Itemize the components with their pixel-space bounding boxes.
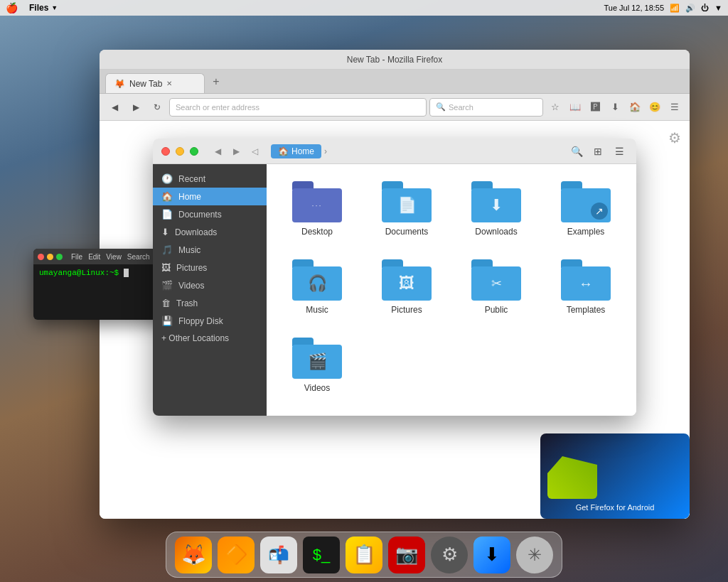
term-menu-edit[interactable]: Edit (88, 253, 100, 261)
sidebar-item-music[interactable]: 🎵 Music (153, 241, 267, 259)
settings-dock-icon: ⚙ (441, 544, 458, 566)
music-sidebar-icon: 🎵 (161, 244, 173, 255)
fm-forward-button[interactable]: ▶ (228, 144, 244, 159)
search-bar[interactable]: 🔍 Search (429, 98, 543, 117)
sidebar-item-home[interactable]: 🏠 Home (153, 188, 267, 205)
term-maximize-button[interactable] (56, 254, 63, 260)
documents-folder-icon: 📄 (382, 181, 432, 222)
folder-item-downloads[interactable]: ⬇ Downloads (457, 176, 535, 242)
documents-icon-symbol: 📄 (397, 196, 417, 215)
term-menu-file[interactable]: File (71, 253, 82, 261)
fm-view-toggle-icon[interactable]: ⊞ (589, 143, 606, 160)
fm-menu-icon[interactable]: ☰ (611, 143, 628, 160)
sidebar-item-trash[interactable]: 🗑 Trash (153, 294, 267, 312)
maximize-button[interactable] (190, 147, 198, 156)
home-sidebar-icon: 🏠 (161, 191, 173, 202)
sidebar-item-downloads[interactable]: ⬇ Downloads (153, 223, 267, 241)
desktop-icon-symbol: ··· (311, 201, 322, 210)
folder-item-public[interactable]: ✂ Public (457, 254, 535, 320)
downloads-icon-symbol: ⬇ (490, 196, 503, 215)
folder-item-music[interactable]: 🎧 Music (278, 254, 356, 320)
fm-bookmark-back[interactable]: ◁ (247, 144, 262, 159)
browser-tab-new-tab[interactable]: 🦊 New Tab ✕ (105, 73, 205, 93)
download-icon[interactable]: ⬇ (606, 98, 624, 117)
recent-icon: 🕐 (161, 173, 173, 184)
menu-icon[interactable]: ☰ (665, 98, 684, 117)
address-placeholder: Search or enter address (176, 103, 259, 112)
firefox-dock-icon: 🦊 (181, 543, 206, 566)
examples-folder-icon: ↗ (561, 181, 611, 222)
emoji-icon[interactable]: 😊 (646, 98, 664, 117)
sidebar-item-floppy[interactable]: 💾 Floppy Disk (153, 312, 267, 330)
term-menu-view[interactable]: View (106, 253, 122, 261)
vlc-dock-icon: 🔶 (225, 544, 247, 566)
pocket-icon[interactable]: 🅿 (586, 98, 604, 117)
apple-menu-icon[interactable]: 🍎 (6, 2, 18, 14)
desktop-folder-label: Desktop (301, 227, 333, 237)
folder-item-desktop[interactable]: ··· Desktop (278, 176, 356, 242)
videos-icon-symbol: 🎬 (308, 352, 327, 371)
sidebar-item-documents[interactable]: 📄 Documents (153, 205, 267, 223)
templates-folder-icon: ↔ (561, 259, 611, 301)
dock-settings[interactable]: ⚙ (431, 537, 468, 573)
volume-icon[interactable]: 🔊 (685, 4, 695, 13)
notes-dock-icon: 📋 (353, 544, 375, 566)
menubar: 🍎 Files ▼ Tue Jul 12, 18:55 📶 🔊 ⏻ ▼ (0, 0, 728, 16)
dock-files[interactable]: 📬 (260, 537, 297, 573)
folder-item-videos[interactable]: 🎬 Videos (278, 332, 356, 399)
forward-button[interactable]: ▶ (127, 98, 145, 117)
downloads-sidebar-icon: ⬇ (161, 227, 169, 237)
firefox-android-banner[interactable]: Get Firefox for Android (540, 433, 690, 519)
app-name[interactable]: Files ▼ (29, 3, 58, 13)
menubar-time: Tue Jul 12, 18:55 (604, 4, 665, 12)
dock-terminal[interactable]: $_ (303, 537, 340, 573)
term-menu-search[interactable]: Search (127, 253, 150, 261)
new-tab-button[interactable]: + (208, 73, 225, 90)
home-icon[interactable]: 🏠 (626, 98, 644, 117)
documents-sidebar-icon: 📄 (161, 209, 173, 220)
examples-folder-label: Examples (567, 227, 605, 237)
dock-system[interactable]: ✳ (516, 537, 553, 573)
dock-appstore[interactable]: ⬇ (473, 537, 510, 573)
videos-sidebar-icon: 🎬 (161, 280, 173, 291)
screenshot-dock-icon: 📷 (395, 544, 418, 566)
address-bar[interactable]: Search or enter address (169, 98, 427, 117)
fm-home-button[interactable]: 🏠 Home (271, 144, 321, 158)
dock-vlc[interactable]: 🔶 (218, 537, 255, 573)
power-icon[interactable]: ⏻ (701, 4, 709, 12)
close-button[interactable] (161, 147, 170, 156)
folder-item-pictures[interactable]: 🖼 Pictures (368, 254, 446, 320)
appstore-dock-icon: ⬇ (484, 544, 500, 566)
bookmark-icon[interactable]: ☆ (546, 98, 564, 117)
sidebar-item-other-locations[interactable]: + Other Locations (153, 330, 267, 347)
sidebar-item-videos[interactable]: 🎬 Videos (153, 276, 267, 294)
dock-notes[interactable]: 📋 (346, 537, 382, 573)
browser-settings-icon[interactable]: ⚙ (668, 129, 681, 146)
reader-icon[interactable]: 📖 (566, 98, 584, 117)
fm-nav-buttons: ◀ ▶ ◁ (210, 144, 262, 159)
firefox-android-label: Get Firefox for Android (576, 503, 655, 512)
fm-search-icon[interactable]: 🔍 (568, 143, 585, 160)
term-close-button[interactable] (38, 254, 44, 260)
back-button[interactable]: ◀ (105, 98, 124, 117)
music-folder-icon: 🎧 (292, 259, 342, 301)
browser-tab-bar: 🦊 New Tab ✕ + (100, 70, 690, 94)
folder-item-templates[interactable]: ↔ Templates (547, 254, 625, 320)
files-dock-icon: 📬 (268, 545, 289, 565)
minimize-button[interactable] (176, 147, 184, 156)
sidebar-item-pictures[interactable]: 🖼 Pictures (153, 259, 267, 276)
terminal-cursor (124, 269, 129, 277)
term-minimize-button[interactable] (47, 254, 53, 260)
dock-screenshot[interactable]: 📷 (388, 537, 425, 573)
downloads-folder-icon: ⬇ (471, 181, 521, 222)
dock-firefox[interactable]: 🦊 (175, 537, 212, 573)
reload-button[interactable]: ↻ (148, 98, 166, 117)
tab-favicon: 🦊 (114, 79, 125, 89)
tab-close-button[interactable]: ✕ (166, 80, 172, 87)
fm-toolbar-right: 🔍 ⊞ ☰ (568, 143, 628, 160)
fm-back-button[interactable]: ◀ (210, 144, 225, 159)
folder-item-documents[interactable]: 📄 Documents (368, 176, 446, 242)
trash-sidebar-icon: 🗑 (161, 298, 171, 308)
sidebar-item-recent[interactable]: 🕐 Recent (153, 170, 267, 188)
folder-item-examples[interactable]: ↗ Examples (547, 176, 625, 242)
